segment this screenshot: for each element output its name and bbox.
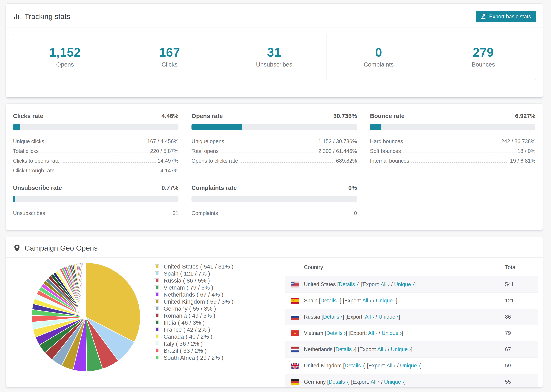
stat-label: Unsubscribes [224,61,325,68]
export-unique-link[interactable]: Unique › [394,281,414,287]
legend-color-swatch [155,286,159,290]
export-all-link[interactable]: All › [365,314,374,320]
export-unique-link[interactable]: Unique › [381,330,402,336]
details-link[interactable]: Details › [320,298,340,304]
bar-chart-icon [13,13,21,21]
legend-item[interactable]: Romania ( 49 / 3% ) [155,312,244,319]
export-button-label: Export basic stats [489,14,531,20]
stat-box: 279 Bounces [431,34,536,80]
rate-progress-fill [13,124,20,130]
legend-item[interactable]: United Kingdom ( 59 / 3% ) [155,298,244,305]
legend-label: Canada ( 40 / 2% ) [164,333,212,340]
details-link[interactable]: Details › [329,379,348,385]
rate-detail-label: Soft bounces [370,148,401,155]
rate-detail-label: Opens to clicks rate [191,158,238,165]
legend-item[interactable]: Russia ( 86 / 5% ) [155,277,244,284]
pie-slice[interactable] [86,263,86,317]
map-pin-icon [13,244,21,252]
rate-block: Complaints rate 0% Complaints 0 [191,184,357,217]
legend-item[interactable]: United States ( 541 / 31% ) [155,263,244,270]
geo-table: Country Total United States [Details ›] … [285,258,538,387]
legend-label: Romania ( 49 / 3% ) [164,312,215,319]
legend-item[interactable]: Spain ( 121 / 7% ) [155,270,244,277]
legend-label: South Africa ( 29 / 2% ) [164,354,224,361]
rate-detail-value: 220 / 5.87% [150,148,178,155]
details-link[interactable]: Details › [326,330,346,336]
stats-summary-grid: 1,152 Opens 167 Clicks 31 Unsubscribes 0… [13,34,536,80]
rate-header: Bounce rate 6.927% [370,112,536,119]
country-name: Vietnam [ [304,330,326,336]
details-link[interactable]: Details › [345,363,364,369]
export-unique-link[interactable]: Unique › [384,379,404,385]
country-total: 86 [505,309,538,325]
export-all-link[interactable]: All › [377,346,386,352]
legend-item[interactable]: Canada ( 40 / 2% ) [155,333,244,340]
rate-progress-fill [13,196,15,202]
export-all-link[interactable]: All › [386,363,396,369]
country-cell: United Kingdom [Details ›] [Export: All … [285,363,505,369]
legend-label: Italy ( 36 / 2% ) [164,340,203,347]
stat-value: 1,152 [14,45,115,59]
rate-detail-value: 167 / 4.456% [147,138,178,146]
dotted-leader [57,172,158,172]
geo-table-header-row: Country Total [285,258,538,276]
legend-item[interactable]: Germany ( 55 / 3% ) [155,305,244,312]
rate-percent-value: 6.927% [515,112,536,119]
legend-color-swatch [155,335,159,339]
legend-item[interactable]: Netherlands ( 67 / 4% ) [155,291,244,298]
country-cell: United States [Details ›] [Export: All ›… [285,281,505,287]
dotted-leader [62,162,155,163]
country-flag-icon [291,282,299,287]
link-separator: / [386,346,391,352]
export-unique-link[interactable]: Unique › [379,314,399,320]
details-link[interactable]: Details › [323,314,343,320]
rate-progress-track [191,196,357,202]
details-link[interactable]: Details › [339,281,358,287]
export-unique-link[interactable]: Unique › [400,363,420,369]
export-basic-stats-button[interactable]: Export basic stats [476,11,536,22]
rate-detail-label: Unique clicks [13,138,44,146]
country-total: 121 [505,293,538,309]
export-prefix: ] [Export: [343,314,365,320]
country-name: United Kingdom [ [304,363,345,369]
export-unique-link[interactable]: Unique › [376,298,396,304]
rate-detail-row: Total clicks 220 / 5.87% [13,146,178,155]
rate-title: Unsubscribe rate [13,184,62,191]
stat-label: Opens [14,61,115,68]
dotted-leader [405,143,499,143]
rate-block: Bounce rate 6.927% Hard bounces 242 / 86… [370,112,536,175]
geo-table-row: United Kingdom [Details ›] [Export: All … [285,358,538,374]
export-all-link[interactable]: All › [381,281,390,287]
export-all-link[interactable]: All › [362,298,371,304]
legend-item[interactable]: India ( 46 / 3% ) [155,319,244,326]
legend-item[interactable]: France ( 42 / 2% ) [155,326,244,333]
stat-value: 31 [224,45,325,59]
rate-detail-label: Hard bounces [370,138,403,146]
country-total: 59 [505,358,538,374]
country-cell: Vietnam [Details ›] [Export: All › / Uni… [285,330,505,336]
rate-detail-row: Unsubscribes 31 [13,208,178,217]
rate-detail-label: Total opens [191,148,219,155]
details-link[interactable]: Details › [335,346,355,352]
legend-color-swatch [155,342,159,346]
export-unique-link[interactable]: Unique › [391,346,411,352]
legend-item[interactable]: South Africa ( 29 / 2% ) [155,354,244,361]
country-name: Germany [ [304,379,329,385]
export-all-link[interactable]: All › [370,379,380,385]
geo-pie-chart[interactable] [29,261,142,374]
export-prefix: ] [Export: [355,346,377,352]
legend-color-swatch [155,349,159,353]
country-name: Spain [ [304,298,320,304]
country-cell: Spain [Details ›] [Export: All › / Uniqu… [285,298,505,304]
dashboard-page: Tracking stats Export basic stats 1,152 … [0,0,551,387]
legend-item[interactable]: Vietnam ( 79 / 5% ) [155,284,244,291]
country-row-text: Russia [Details ›] [Export: All › / Uniq… [304,314,400,320]
export-prefix: ] [Export: [364,363,387,369]
legend-item[interactable]: Italy ( 36 / 2% ) [155,340,244,347]
geo-title: Campaign Geo Opens [25,244,98,252]
legend-item[interactable]: Brazil ( 33 / 2% ) [155,347,244,354]
export-all-link[interactable]: All › [368,330,377,336]
rate-detail-value: 19 / 6.81% [510,158,536,165]
legend-color-swatch [155,265,159,269]
country-cell: Russia [Details ›] [Export: All › / Uniq… [285,314,505,320]
